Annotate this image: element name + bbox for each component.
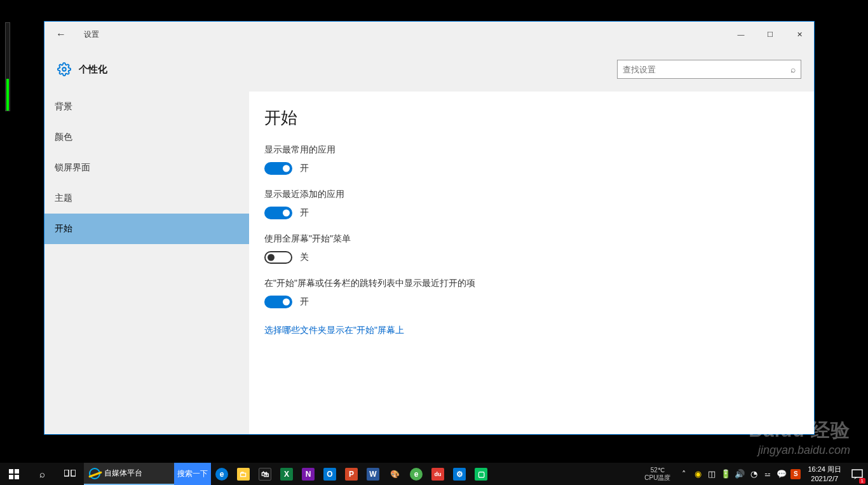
toggle-recently-added[interactable] [264,207,292,219]
cpu-temp-widget[interactable]: 52℃ CPU温度 [638,463,677,485]
search-input[interactable] [623,65,790,74]
taskbar-app-excel[interactable]: X [276,463,297,485]
sidebar-item-colors[interactable]: 颜色 [44,122,249,153]
setting-label: 使用全屏幕"开始"菜单 [264,233,814,245]
notif-badge: 1 [859,478,865,484]
content-area: 开始 显示最常用的应用 开 显示最近添加的应用 开 使用全屏幕"开始"菜单 [249,92,814,434]
clock-time: 16:24 周日 [808,465,841,474]
taskview-icon [64,470,76,479]
ie-icon [89,468,100,479]
toggle-state: 开 [300,207,309,219]
taskbar-app-explorer[interactable]: 🗀 [233,463,254,485]
search-icon: ⌕ [790,64,796,74]
cpu-temp-value: 52℃ [651,467,665,474]
toggle-jumplist-recent[interactable] [264,296,292,308]
task-view[interactable] [56,463,84,485]
taskbar: ⌕ 自媒体平台 搜索一下 e 🗀 🛍 X N O P W 🎨 e du ⚙ ▢ … [0,463,868,485]
toggle-fullscreen-start[interactable] [264,251,292,264]
setting-label: 显示最常用的应用 [264,144,814,156]
setting-recently-added: 显示最近添加的应用 开 [264,189,814,219]
search-box[interactable]: ⌕ [617,60,801,79]
window-controls: — ☐ ✕ [726,24,814,44]
setting-most-used-apps: 显示最常用的应用 开 [264,144,814,175]
toggle-state: 开 [300,296,309,308]
taskbar-app-wechat[interactable]: ▢ [470,463,492,485]
taskbar-clock[interactable]: 16:24 周日 2021/2/7 [803,463,846,485]
taskbar-app-paint[interactable]: 🎨 [384,463,405,485]
toggle-state: 关 [300,252,309,263]
volume-level [6,79,9,111]
svg-rect-2 [15,469,19,474]
tray-shield-icon[interactable]: ◉ [691,463,705,485]
taskbar-app-edge[interactable]: e [211,463,233,485]
volume-meter [5,22,10,111]
toggle-most-used-apps[interactable] [264,162,292,175]
gear-icon [57,62,71,76]
setting-label: 显示最近添加的应用 [264,189,814,200]
taskbar-app-settings[interactable]: ⚙ [449,463,470,485]
tray-battery-icon[interactable]: 🔋 [719,463,733,485]
back-button[interactable]: ← [56,29,66,40]
minimize-button[interactable]: — [726,24,756,44]
page-title: 开始 [264,107,814,129]
taskbar-app-store[interactable]: 🛍 [254,463,276,485]
close-button[interactable]: ✕ [785,24,814,44]
sub-header: 个性化 ⌕ [44,47,814,92]
settings-window: ← 设置 — ☐ ✕ 个性化 ⌕ 背景 颜色 锁屏界面 主题 开始 开始 显示最… [44,21,815,435]
svg-rect-7 [852,470,862,477]
setting-jumplist-recent: 在"开始"屏幕或任务栏的跳转列表中显示最近打开的项 开 [264,278,814,308]
taskbar-app-word[interactable]: W [362,463,384,485]
svg-rect-5 [64,470,69,476]
sidebar-item-themes[interactable]: 主题 [44,183,249,214]
window-title: 设置 [84,29,99,40]
setting-fullscreen-start: 使用全屏幕"开始"菜单 关 [264,233,814,264]
taskbar-right: 52℃ CPU温度 ˄ ◉ ◫ 🔋 🔊 ◔ ⚍ 💬 S 16:24 周日 202… [638,463,868,485]
watermark-url: jingyan.baidu.com [749,444,850,457]
windows-icon [9,469,19,479]
taskbar-app-onenote[interactable]: N [297,463,319,485]
taskbar-app-powerpoint[interactable]: P [341,463,362,485]
svg-rect-1 [9,469,13,474]
ie-title: 自媒体平台 [104,468,142,479]
tray-app-icon[interactable]: ◫ [705,463,719,485]
taskbar-app-360[interactable]: e [405,463,427,485]
svg-point-0 [62,67,66,71]
start-button[interactable] [0,463,28,485]
svg-rect-3 [9,475,13,479]
baidu-search-button[interactable]: 搜索一下 [174,463,211,485]
titlebar-left: ← 设置 [44,29,99,40]
section-title: 个性化 [79,64,107,76]
taskbar-app-outlook[interactable]: O [319,463,341,485]
taskbar-app-ie[interactable]: 自媒体平台 [84,463,174,485]
sidebar: 背景 颜色 锁屏界面 主题 开始 [44,92,249,434]
action-center[interactable]: 1 [846,463,868,485]
tray-chevron-icon[interactable]: ˄ [677,463,691,485]
cpu-temp-label: CPU温度 [644,474,670,482]
taskbar-search[interactable]: ⌕ [28,463,56,485]
svg-rect-4 [15,475,19,479]
svg-rect-6 [71,470,76,476]
sidebar-item-background[interactable]: 背景 [44,92,249,122]
clock-date: 2021/2/7 [811,474,838,483]
sidebar-item-lockscreen[interactable]: 锁屏界面 [44,153,249,183]
tray-wifi-icon[interactable]: ⚍ [761,463,775,485]
tray-ime-icon[interactable]: S [789,463,803,485]
tray-chat-icon[interactable]: 💬 [775,463,789,485]
toggle-state: 开 [300,163,309,174]
setting-label: 在"开始"屏幕或任务栏的跳转列表中显示最近打开的项 [264,278,814,289]
link-choose-folders[interactable]: 选择哪些文件夹显示在"开始"屏幕上 [264,325,404,336]
window-body: 背景 颜色 锁屏界面 主题 开始 开始 显示最常用的应用 开 显示最近添加的应用… [44,92,814,434]
tray-volume-icon[interactable]: 🔊 [733,463,747,485]
tray-network-icon[interactable]: ◔ [747,463,761,485]
sidebar-item-start[interactable]: 开始 [44,214,249,244]
maximize-button[interactable]: ☐ [756,24,785,44]
taskbar-app-baidu[interactable]: du [427,463,449,485]
titlebar: ← 设置 — ☐ ✕ [44,22,814,47]
